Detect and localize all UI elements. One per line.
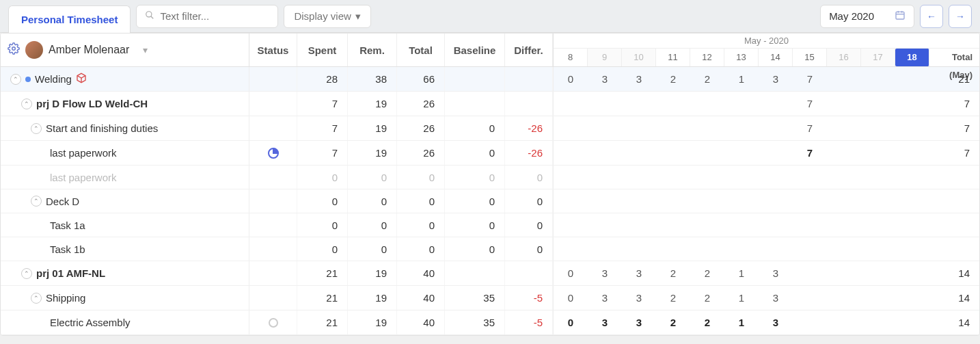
cell-rem[interactable]: 19 bbox=[348, 286, 397, 310]
day-cell[interactable] bbox=[793, 189, 827, 213]
cell-spent[interactable]: 21 bbox=[297, 286, 348, 310]
day-cell[interactable] bbox=[793, 286, 827, 310]
day-cell[interactable] bbox=[861, 166, 895, 189]
day-cell[interactable] bbox=[554, 237, 588, 261]
day-cell[interactable] bbox=[827, 261, 861, 285]
gear-icon[interactable] bbox=[8, 42, 20, 57]
day-cell[interactable] bbox=[827, 213, 861, 237]
expand-icon[interactable]: ⌃ bbox=[31, 196, 42, 207]
day-cell[interactable] bbox=[895, 237, 929, 261]
cell-total[interactable]: 26 bbox=[397, 116, 445, 140]
day-cell[interactable] bbox=[554, 166, 588, 189]
day-cell[interactable] bbox=[827, 286, 861, 310]
day-cell[interactable] bbox=[827, 92, 861, 116]
day-cell[interactable] bbox=[827, 166, 861, 189]
day-cell[interactable] bbox=[793, 310, 827, 334]
day-cell[interactable]: 1 bbox=[724, 310, 759, 334]
day-cell[interactable] bbox=[793, 237, 827, 261]
day-cell[interactable]: 1 bbox=[724, 261, 759, 285]
day-cell[interactable] bbox=[827, 310, 861, 334]
cell-total[interactable]: 0 bbox=[397, 166, 445, 189]
day-cell[interactable]: 0 bbox=[554, 67, 588, 91]
day-cell[interactable]: 3 bbox=[588, 261, 622, 285]
day-cell[interactable] bbox=[861, 310, 895, 334]
day-cell[interactable] bbox=[724, 237, 759, 261]
day-header-10[interactable]: 10 bbox=[622, 49, 656, 66]
cell-diff[interactable]: -26 bbox=[505, 141, 553, 165]
cell-base[interactable]: 0 bbox=[445, 213, 505, 237]
day-cell[interactable]: 2 bbox=[656, 310, 690, 334]
day-cell[interactable] bbox=[588, 141, 622, 165]
day-cell[interactable] bbox=[861, 67, 895, 91]
day-cell[interactable] bbox=[827, 116, 861, 140]
day-cell[interactable] bbox=[793, 261, 827, 285]
day-cell[interactable] bbox=[622, 141, 656, 165]
day-cell[interactable]: 3 bbox=[588, 67, 622, 91]
cell-diff[interactable]: -26 bbox=[505, 116, 553, 140]
day-cell[interactable] bbox=[759, 237, 793, 261]
day-cell[interactable]: 0 bbox=[554, 261, 588, 285]
day-header-16[interactable]: 16 bbox=[827, 49, 861, 66]
cell-rem[interactable]: 0 bbox=[348, 166, 397, 189]
day-cell[interactable] bbox=[724, 166, 759, 189]
row-name-cell[interactable]: Electric Assembly bbox=[1, 310, 249, 334]
cell-diff[interactable] bbox=[505, 261, 553, 285]
row-name-cell[interactable]: ⌃Shipping bbox=[1, 286, 249, 310]
cell-rem[interactable]: 19 bbox=[348, 92, 397, 116]
day-cell[interactable] bbox=[895, 189, 929, 213]
month-picker[interactable]: May 2020 bbox=[820, 5, 914, 28]
day-cell[interactable] bbox=[759, 189, 793, 213]
cell-diff[interactable]: 0 bbox=[505, 166, 553, 189]
day-cell[interactable] bbox=[895, 310, 929, 334]
cell-diff[interactable]: 0 bbox=[505, 237, 553, 261]
cell-spent[interactable]: 0 bbox=[297, 213, 348, 237]
cell-total[interactable]: 40 bbox=[397, 310, 445, 334]
user-dropdown-icon[interactable]: ▾ bbox=[143, 44, 148, 55]
day-cell[interactable] bbox=[622, 213, 656, 237]
cell-spent[interactable]: 0 bbox=[297, 189, 348, 213]
day-cell[interactable]: 2 bbox=[656, 67, 690, 91]
day-cell[interactable] bbox=[588, 213, 622, 237]
day-cell[interactable] bbox=[690, 166, 724, 189]
day-cell[interactable]: 2 bbox=[690, 310, 724, 334]
day-cell[interactable] bbox=[656, 213, 690, 237]
day-header-14[interactable]: 14 bbox=[759, 49, 793, 66]
day-cell[interactable] bbox=[793, 166, 827, 189]
day-cell[interactable] bbox=[656, 141, 690, 165]
cell-base[interactable]: 0 bbox=[445, 116, 505, 140]
cell-diff[interactable]: -5 bbox=[505, 310, 553, 334]
day-cell[interactable] bbox=[656, 166, 690, 189]
cell-rem[interactable]: 19 bbox=[348, 261, 397, 285]
cell-base[interactable]: 35 bbox=[445, 286, 505, 310]
day-cell[interactable]: 3 bbox=[622, 67, 656, 91]
day-cell[interactable] bbox=[622, 237, 656, 261]
day-cell[interactable]: 1 bbox=[724, 67, 759, 91]
row-name-cell[interactable]: ⌃Welding bbox=[1, 67, 249, 91]
prev-period-button[interactable]: ← bbox=[920, 5, 943, 28]
day-cell[interactable] bbox=[861, 261, 895, 285]
day-cell[interactable] bbox=[724, 213, 759, 237]
cell-rem[interactable]: 19 bbox=[348, 310, 397, 334]
row-name-cell[interactable]: Task 1b bbox=[1, 237, 249, 261]
day-cell[interactable] bbox=[861, 92, 895, 116]
day-cell[interactable] bbox=[861, 213, 895, 237]
next-period-button[interactable]: → bbox=[949, 5, 972, 28]
day-cell[interactable]: 7 bbox=[793, 67, 827, 91]
day-header-11[interactable]: 11 bbox=[656, 49, 690, 66]
cell-base[interactable]: 0 bbox=[445, 141, 505, 165]
cell-total[interactable]: 40 bbox=[397, 286, 445, 310]
day-cell[interactable] bbox=[690, 116, 724, 140]
day-cell[interactable] bbox=[759, 166, 793, 189]
cell-total[interactable]: 0 bbox=[397, 213, 445, 237]
cell-base[interactable] bbox=[445, 261, 505, 285]
cell-total[interactable]: 26 bbox=[397, 92, 445, 116]
day-cell[interactable] bbox=[827, 189, 861, 213]
day-cell[interactable] bbox=[724, 92, 759, 116]
row-name-cell[interactable]: last paperwork bbox=[1, 141, 249, 165]
cell-spent[interactable]: 7 bbox=[297, 141, 348, 165]
day-cell[interactable] bbox=[759, 141, 793, 165]
cell-base[interactable]: 0 bbox=[445, 166, 505, 189]
cell-total[interactable]: 26 bbox=[397, 141, 445, 165]
day-cell[interactable] bbox=[690, 237, 724, 261]
day-cell[interactable] bbox=[861, 286, 895, 310]
